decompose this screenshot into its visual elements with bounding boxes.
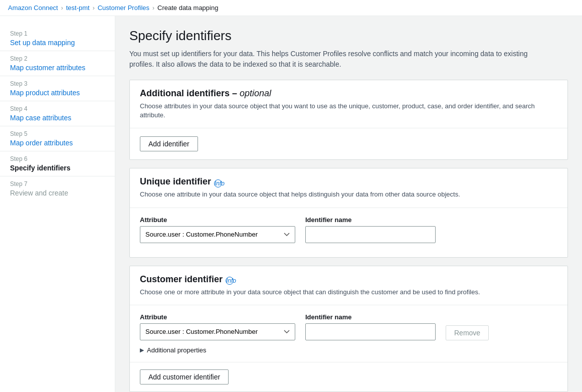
additional-identifiers-section: Additional identifiers – optional Choose… xyxy=(129,80,568,160)
sidebar-item-case-attrs[interactable]: Map case attributes xyxy=(10,114,71,122)
step-1-label: Step 1 xyxy=(10,30,105,37)
add-customer-identifier-button[interactable]: Add customer identifier xyxy=(140,369,229,384)
remove-customer-identifier-button[interactable]: Remove xyxy=(446,325,489,340)
customer-identifier-subtitle: Choose one or more attribute in your dat… xyxy=(140,288,557,297)
additional-properties-arrow-icon: ▶ xyxy=(140,347,144,353)
step-5: Step 5 Map order attributes xyxy=(0,126,115,151)
unique-identifier-subtitle: Choose one attribute in your data source… xyxy=(140,190,557,199)
sidebar-item-specify-identifiers: Specify identifiers xyxy=(10,164,71,172)
page-title: Specify identifiers xyxy=(129,28,568,44)
unique-identifier-attribute-group: Attribute Source.user : Customer.PhoneNu… xyxy=(140,216,295,243)
customer-identifier-attribute-select[interactable]: Source.user : Customer.PhoneNumber xyxy=(140,323,295,340)
customer-identifier-header: Customer identifier Info Choose one or m… xyxy=(130,266,567,305)
customer-identifier-title-row: Customer identifier Info xyxy=(140,274,557,288)
unique-identifier-name-label: Identifier name xyxy=(305,216,436,224)
layout: Step 1 Set up data mapping Step 2 Map cu… xyxy=(0,16,582,392)
step-5-label: Step 5 xyxy=(10,130,105,137)
main-content: Specify identifiers You must set up iden… xyxy=(115,16,582,392)
unique-identifier-name-input[interactable] xyxy=(305,226,436,243)
sidebar: Step 1 Set up data mapping Step 2 Map cu… xyxy=(0,16,115,392)
additional-properties-label: Additional properties xyxy=(147,346,207,354)
page-description: You must set up identifiers for your dat… xyxy=(129,49,540,70)
breadcrumb: Amazon Connect › test-pmt › Customer Pro… xyxy=(0,0,582,16)
step-7: Step 7 Review and create xyxy=(0,176,115,201)
unique-identifier-attribute-select[interactable]: Source.user : Customer.PhoneNumber xyxy=(140,226,295,243)
step-2-label: Step 2 xyxy=(10,55,105,62)
additional-identifiers-body: Add identifier xyxy=(130,128,567,159)
breadcrumb-test-pmt[interactable]: test-pmt xyxy=(66,4,90,12)
add-customer-identifier-row: Add customer identifier xyxy=(130,362,567,391)
unique-identifier-body: Attribute Source.user : Customer.PhoneNu… xyxy=(130,208,567,257)
breadcrumb-sep-3: › xyxy=(152,5,154,12)
step-1: Step 1 Set up data mapping xyxy=(0,26,115,51)
unique-identifier-header: Unique identifier Info Choose one attrib… xyxy=(130,168,567,208)
sidebar-item-setup[interactable]: Set up data mapping xyxy=(10,39,75,47)
sidebar-item-product-attrs[interactable]: Map product attributes xyxy=(10,89,80,97)
customer-identifier-name-label: Identifier name xyxy=(305,313,436,321)
customer-identifier-body: Attribute Source.user : Customer.PhoneNu… xyxy=(130,305,567,362)
unique-identifier-title: Unique identifier xyxy=(140,176,211,187)
sidebar-item-review-create: Review and create xyxy=(10,189,68,197)
customer-identifier-info-link[interactable]: Info xyxy=(226,277,234,285)
unique-identifier-title-row: Unique identifier Info xyxy=(140,176,557,190)
unique-identifier-name-group: Identifier name xyxy=(305,216,436,243)
unique-identifier-form-row: Attribute Source.user : Customer.PhoneNu… xyxy=(140,216,557,243)
step-6-label: Step 6 xyxy=(10,155,105,162)
customer-identifier-form-row: Attribute Source.user : Customer.PhoneNu… xyxy=(140,313,557,340)
customer-identifier-attribute-group: Attribute Source.user : Customer.PhoneNu… xyxy=(140,313,295,340)
additional-identifiers-subtitle: Choose attributes in your data source ob… xyxy=(140,102,557,120)
breadcrumb-create-data-mapping: Create data mapping xyxy=(157,4,218,12)
breadcrumb-customer-profiles[interactable]: Customer Profiles xyxy=(98,4,149,12)
add-identifier-button[interactable]: Add identifier xyxy=(140,136,198,151)
additional-properties-toggle[interactable]: ▶ Additional properties xyxy=(140,346,557,354)
step-4-label: Step 4 xyxy=(10,105,105,112)
unique-identifier-info-link[interactable]: Info xyxy=(214,179,222,187)
step-6: Step 6 Specify identifiers xyxy=(0,151,115,176)
customer-identifier-name-group: Identifier name xyxy=(305,313,436,340)
sidebar-item-customer-attrs[interactable]: Map customer attributes xyxy=(10,64,85,72)
step-3-label: Step 3 xyxy=(10,80,105,87)
additional-identifiers-header: Additional identifiers – optional Choose… xyxy=(130,80,567,128)
customer-identifier-title: Customer identifier xyxy=(140,274,223,285)
unique-identifier-attribute-label: Attribute xyxy=(140,216,295,224)
step-3: Step 3 Map product attributes xyxy=(0,76,115,101)
sidebar-item-order-attrs[interactable]: Map order attributes xyxy=(10,139,73,147)
unique-identifier-section: Unique identifier Info Choose one attrib… xyxy=(129,168,568,257)
customer-identifier-attribute-label: Attribute xyxy=(140,313,295,321)
step-4: Step 4 Map case attributes xyxy=(0,101,115,126)
customer-identifier-remove-group: Remove xyxy=(446,325,489,340)
breadcrumb-sep-1: › xyxy=(61,5,63,12)
customer-identifier-name-input[interactable] xyxy=(305,323,436,340)
customer-identifier-section: Customer identifier Info Choose one or m… xyxy=(129,266,568,392)
additional-identifiers-title: Additional identifiers – optional xyxy=(140,88,557,99)
step-2: Step 2 Map customer attributes xyxy=(0,51,115,76)
breadcrumb-sep-2: › xyxy=(93,5,95,12)
breadcrumb-amazon-connect[interactable]: Amazon Connect xyxy=(8,4,58,12)
step-7-label: Step 7 xyxy=(10,180,105,187)
